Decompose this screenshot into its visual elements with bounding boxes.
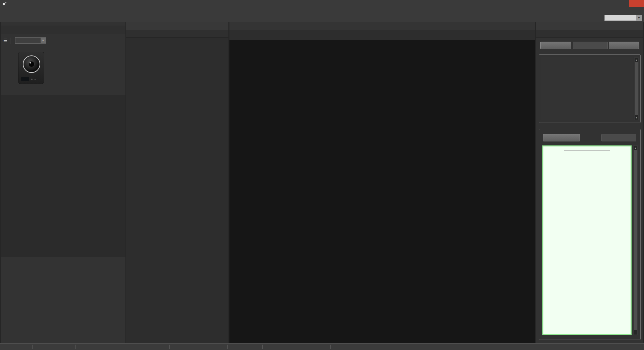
app-logo-icon: [2, 1, 7, 6]
wanding-result-panel: [542, 145, 632, 335]
camera-calibration-panel: ▲ ▼ ▲: [536, 22, 643, 343]
camera-lcd-display: [21, 77, 29, 81]
perspective-select[interactable]: ▼: [604, 15, 642, 21]
status-toggles: [622, 344, 642, 350]
start-wanding-button[interactable]: [573, 42, 608, 49]
list-view-icon[interactable]: ☰: [3, 38, 7, 43]
scrollbar-thumb[interactable]: [635, 62, 638, 115]
properties-panel: [1, 257, 125, 343]
calibration-tab-bar: [536, 30, 643, 38]
apply-result-button[interactable]: [601, 134, 636, 141]
reset-button[interactable]: [609, 42, 639, 49]
calibration-options-tree: [541, 57, 633, 120]
menu-bar: [0, 7, 644, 13]
motive-tracker-window: ▼ ☰ ▼: [0, 0, 644, 350]
title-bar: [0, 0, 644, 7]
options-group: ▲ ▼: [539, 54, 641, 123]
camera-preview-grid: [229, 40, 535, 343]
status-bar: [0, 343, 644, 350]
wanding-scrollbar[interactable]: ▲: [633, 145, 638, 335]
minimize-button[interactable]: [609, 0, 619, 7]
scroll-up-icon[interactable]: ▲: [634, 146, 637, 150]
preset-select[interactable]: ▼: [15, 37, 46, 44]
calculate-button[interactable]: [543, 134, 580, 141]
status-indicator: [3, 344, 5, 350]
settings-content: [126, 38, 228, 343]
wanding-samples-table: [564, 150, 610, 151]
chevron-down-icon[interactable]: ▼: [41, 38, 46, 43]
left-column: ☰ ▼: [1, 22, 125, 343]
camera-preview-panel: [229, 22, 535, 343]
maximize-button[interactable]: [619, 0, 629, 7]
scrollbar-thumb[interactable]: [634, 150, 637, 330]
application-settings-panel: [126, 22, 228, 343]
preview-toolbar: [229, 30, 535, 40]
main-toolbar: ▼: [0, 13, 644, 22]
preset-row: ☰ ▼: [1, 36, 125, 45]
options-scrollbar[interactable]: ▲ ▼: [634, 57, 639, 120]
scroll-up-icon[interactable]: ▲: [635, 58, 638, 62]
camera-list: [1, 95, 125, 257]
mask-visible-button[interactable]: [540, 42, 571, 49]
device-summary: [1, 45, 125, 95]
camera-lens-icon: [23, 55, 40, 73]
toolbar-right: ▼: [604, 15, 642, 21]
chevron-down-icon[interactable]: ▼: [636, 15, 642, 20]
scroll-down-icon[interactable]: ▼: [635, 116, 638, 120]
settings-tab-bar: [126, 30, 228, 38]
camera-thumbnail[interactable]: [18, 52, 44, 84]
calibration-group: ▲: [539, 129, 641, 340]
close-button[interactable]: [629, 0, 644, 7]
